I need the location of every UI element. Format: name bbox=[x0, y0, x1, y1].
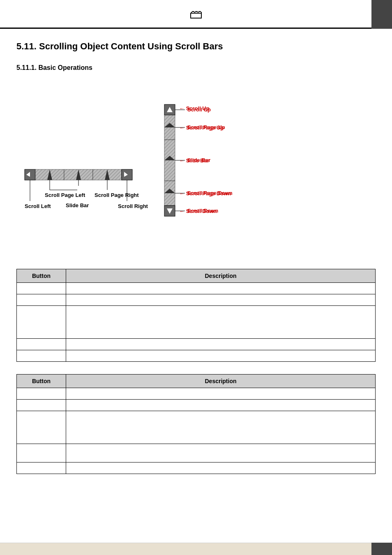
table1-section: Button Description bbox=[16, 269, 376, 362]
label-scroll-up: ← Scroll Up bbox=[179, 105, 210, 111]
table1-row5-btn bbox=[17, 350, 66, 362]
table-row bbox=[17, 411, 376, 444]
table2-row2-desc bbox=[66, 400, 376, 411]
svg-text:Scroll Left: Scroll Left bbox=[25, 203, 51, 209]
table2: Button Description bbox=[16, 374, 376, 474]
table2-row1-btn bbox=[17, 388, 66, 400]
table1-header-button: Button bbox=[17, 269, 66, 283]
table2-row2-btn bbox=[17, 400, 66, 411]
table1: Button Description bbox=[16, 269, 376, 362]
table-row bbox=[17, 462, 376, 474]
table2-header-description: Description bbox=[66, 375, 376, 388]
label-scroll-page-down: ← Scroll Page Down bbox=[179, 190, 231, 197]
table-row bbox=[17, 294, 376, 306]
table1-row4-btn bbox=[17, 339, 66, 350]
footer-corner-block bbox=[371, 543, 392, 555]
table-row bbox=[17, 306, 376, 339]
table1-row1-desc bbox=[66, 283, 376, 294]
table1-row2-desc bbox=[66, 294, 376, 306]
table-row bbox=[17, 388, 376, 400]
label-scroll-down: ← Scroll Down bbox=[179, 208, 217, 214]
header-corner-block bbox=[371, 0, 392, 29]
svg-text:Scroll Page Right: Scroll Page Right bbox=[95, 192, 139, 198]
main-content: 5.11. Scrolling Object Content Using Scr… bbox=[0, 29, 392, 499]
svg-text:Scroll Page Left: Scroll Page Left bbox=[45, 192, 85, 198]
diagram-svg: Scroll Page Left Slide Bar Scroll Page R… bbox=[16, 80, 263, 257]
diagram-container: Scroll Page Left Slide Bar Scroll Page R… bbox=[16, 80, 263, 257]
table2-section: Button Description bbox=[16, 374, 376, 474]
table1-row1-btn bbox=[17, 283, 66, 294]
table2-header-button: Button bbox=[17, 375, 66, 388]
table2-row3-desc bbox=[66, 411, 376, 444]
footer-bar bbox=[0, 543, 392, 555]
table1-header-description: Description bbox=[66, 269, 376, 283]
section-title: 5.11. Scrolling Object Content Using Scr… bbox=[16, 41, 376, 52]
table2-row5-btn bbox=[17, 462, 66, 474]
table2-row4-desc bbox=[66, 444, 376, 462]
table1-row3-desc bbox=[66, 306, 376, 339]
table1-row4-desc bbox=[66, 339, 376, 350]
table-row bbox=[17, 283, 376, 294]
table2-row4-btn bbox=[17, 444, 66, 462]
header-icon: 🗃 bbox=[189, 7, 203, 21]
table1-row2-btn bbox=[17, 294, 66, 306]
table-row bbox=[17, 444, 376, 462]
label-slide-bar-v: ← Slide Bar bbox=[179, 157, 209, 164]
subsection-title: 5.11.1. Basic Operations bbox=[16, 64, 376, 72]
svg-text:Scroll Right: Scroll Right bbox=[118, 203, 148, 209]
table1-row5-desc bbox=[66, 350, 376, 362]
table2-row1-desc bbox=[66, 388, 376, 400]
header: 🗃 bbox=[0, 0, 392, 29]
table2-row5-desc bbox=[66, 462, 376, 474]
table-row bbox=[17, 350, 376, 362]
table1-row3-btn bbox=[17, 306, 66, 339]
label-scroll-page-up: ← Scroll Page Up bbox=[179, 125, 224, 131]
table-row bbox=[17, 400, 376, 411]
svg-text:Slide Bar: Slide Bar bbox=[66, 202, 89, 208]
table2-row3-btn bbox=[17, 411, 66, 444]
table-row bbox=[17, 339, 376, 350]
